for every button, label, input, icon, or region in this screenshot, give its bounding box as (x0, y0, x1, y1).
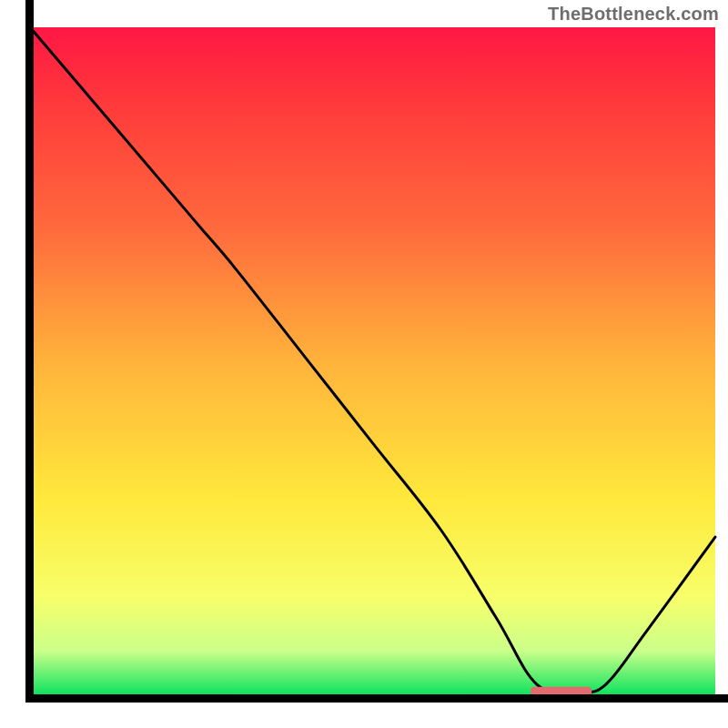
bottleneck-chart: TheBottleneck.com (0, 0, 728, 728)
plot-background (30, 27, 715, 698)
attribution-text: TheBottleneck.com (548, 4, 719, 25)
chart-svg (0, 0, 728, 728)
